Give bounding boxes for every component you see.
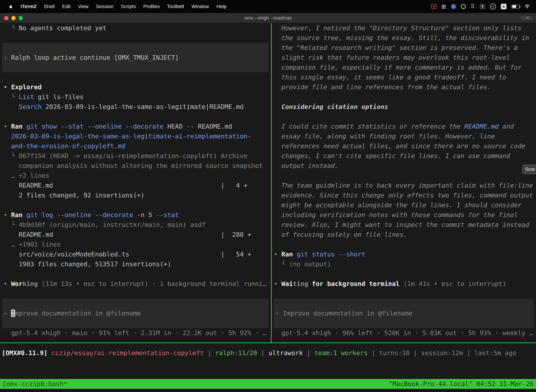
- terminal-line: the "Related research writing" section i…: [272, 43, 536, 53]
- terminal-line: › Ralph loop active continue [OMX_TMUX_I…: [2, 53, 268, 62]
- prompt-input-left[interactable]: › Improve documentation in @filename: [2, 299, 268, 328]
- terminal-line: [0, 112, 271, 121]
- prompt-input-right[interactable]: › Improve documentation in @filename: [274, 299, 534, 328]
- terminal-line: [272, 92, 536, 102]
- terminal-line: gpt-5.4 xhigh · 96% left · 520K in · 5.8…: [272, 328, 536, 338]
- terminal-line: • Ran git log --oneline --decorate -n 5 …: [0, 210, 271, 220]
- apple-menu[interactable]: [5, 4, 17, 9]
- terminal-line: companion analysis without altering the …: [0, 161, 271, 171]
- blank-line: [0, 289, 271, 299]
- terminal-line: However, I noticed the "Directory Struct…: [272, 23, 536, 33]
- terminal-line: [272, 171, 536, 181]
- terminal-line: of focusing solely on file lines.: [272, 230, 536, 240]
- menu-view[interactable]: View: [74, 4, 92, 9]
- minimize-button[interactable]: [11, 16, 16, 20]
- terminal-line: [OMX#0.11.9] cczip/essay/ai-reimplementa…: [0, 348, 536, 358]
- tmux-status-bar: [omx-cczip0:bash* "MacBook-Pro-44.local"…: [0, 379, 536, 389]
- eight-icon[interactable]: 8: [480, 4, 485, 9]
- battery-level: [512, 5, 516, 8]
- terminal-line: • Ran git status --short: [272, 249, 536, 259]
- terminal-line: slight risk that future readers may over…: [272, 53, 536, 62]
- screen-recording-icon[interactable]: [431, 4, 436, 9]
- close-button[interactable]: [4, 16, 9, 20]
- tmux-session-label: [omx-cczip0:bash*: [2, 379, 67, 389]
- terminal-line: and-the-erosion-of-copyleft.md: [0, 141, 271, 151]
- window-title-bar: omx --xhigh --madmax ⌥⌘1: [0, 13, 536, 23]
- menubar-status-icons: 8 61 A: [431, 3, 531, 10]
- terminal-line: • Waiting for background terminal (1m 41…: [272, 279, 536, 289]
- terminal-line: › Improve documentation in @filename: [2, 308, 268, 318]
- blank-line: [0, 72, 271, 82]
- terminal-line: └ 4b9d30f (origin/main, instructkr/main,…: [0, 220, 271, 230]
- agent-transcript-left: • Explored └ List git ls-files Search 20…: [0, 82, 271, 289]
- terminal-line: 1903 files changed, 513517 insertions(+): [0, 259, 271, 269]
- omx-status-line: [OMX#0.11.9] cczip/essay/ai-reimplementa…: [0, 348, 536, 358]
- ralph-inject-banner: › Ralph loop active continue [OMX_TMUX_I…: [2, 43, 268, 72]
- wifi-icon[interactable]: [524, 4, 530, 9]
- menu-edit[interactable]: Edit: [58, 4, 74, 9]
- recording-dot: [433, 6, 435, 7]
- terminal-line: Search 2026-03-09-is-legal-the-same-as-l…: [0, 102, 271, 112]
- window-hotkey: ⌥⌘1: [520, 15, 532, 21]
- menu-help[interactable]: Help: [213, 4, 230, 9]
- menu-iterm2[interactable]: iTerm2: [17, 4, 40, 9]
- model-status-right: gpt-5.4 xhigh · 96% left · 520K in · 5.8…: [272, 328, 536, 338]
- grid-icon[interactable]: [441, 3, 446, 10]
- terminal-line: I could cite commit statistics or refere…: [272, 121, 536, 131]
- tmux-host-clock: "MacBook-Pro-44.local" 04:52 31-Mar-26: [389, 379, 534, 389]
- terminal-line: companion file, especially if more comme…: [272, 62, 536, 72]
- terminal-line: … +2 lines: [0, 171, 271, 181]
- blank-line: [272, 289, 536, 299]
- menu-shell[interactable]: Shell: [40, 4, 58, 9]
- menu-session[interactable]: Session: [92, 4, 117, 9]
- agents-status-block: └ No agents completed yet: [0, 23, 271, 33]
- window-bottom-padding: [0, 389, 536, 392]
- terminal-line: provide file and line references from th…: [272, 82, 536, 92]
- terminal-line: [272, 240, 536, 249]
- terminal-line: might be acceptable alongside the file l…: [272, 200, 536, 210]
- omx-status-pane: [OMX#0.11.9] cczip/essay/ai-reimplementa…: [0, 343, 536, 379]
- terminal-line: the source tree, missing the essay. Stil…: [272, 33, 536, 43]
- menu-scripts[interactable]: Scripts: [117, 4, 140, 9]
- terminal-line: README.md | 4 +: [0, 181, 271, 190]
- terminal-line: … +1901 lines: [0, 240, 271, 249]
- terminal-line: essay file, along with finding root file…: [272, 131, 536, 141]
- agent-transcript-right: However, I noticed the "Directory Struct…: [272, 23, 536, 289]
- terminal-line: › Improve documentation in @filename: [274, 308, 534, 318]
- input-source-icon[interactable]: A: [501, 4, 507, 9]
- model-status-left: gpt-5.4 xhigh · main · 91% left · 2.31M …: [0, 328, 271, 338]
- menu-profiles[interactable]: Profiles: [140, 4, 163, 9]
- menu-toolbelt[interactable]: Toolbelt: [163, 4, 188, 9]
- blank-line: [0, 33, 271, 43]
- terminal-line: └ (no output): [272, 259, 536, 269]
- terminal-line: this single essay, it seems like a good …: [272, 72, 536, 82]
- blue-app-icon[interactable]: [451, 4, 456, 9]
- window-title: omx --xhigh --madmax: [244, 15, 292, 21]
- terminal-line: └ No agents completed yet: [0, 23, 271, 33]
- apple-icon: [9, 4, 13, 9]
- menu-bar: iTerm2 Shell Edit View Session Scripts P…: [0, 0, 536, 13]
- screen-edge-popup[interactable]: Scre: [522, 165, 536, 174]
- terminal-line: references need actual files, and since …: [272, 141, 536, 151]
- terminal-line: • Working (11m 13s • esc to interrupt) ·…: [0, 279, 271, 289]
- tmux-panes: └ No agents completed yet › Ralph loop a…: [0, 23, 536, 342]
- battery-icon[interactable]: [511, 5, 519, 9]
- terminal-line: review. Also, I might want to inspect th…: [272, 220, 536, 230]
- left-terminal-pane: └ No agents completed yet › Ralph loop a…: [0, 23, 271, 342]
- terminal-line: 2026-03-09-is-legal-the-same-as-legitima…: [0, 131, 271, 141]
- menu-window[interactable]: Window: [188, 4, 213, 9]
- terminal-line: src/voice/voiceModeEnabled.ts | 54 +: [0, 249, 271, 259]
- right-terminal-pane: However, I noticed the "Directory Struct…: [272, 23, 536, 342]
- zoom-button[interactable]: [19, 16, 23, 20]
- gauge-icon[interactable]: 61: [490, 4, 496, 9]
- ring-app-icon[interactable]: [461, 4, 466, 9]
- terminal-line: └ 067f154 (HEAD -> essay/ai-reimplementa…: [0, 151, 271, 161]
- terminal-line: 2 files changed, 92 insertions(+): [0, 190, 271, 200]
- terminal-line: evidence. Since this change only affects…: [272, 190, 536, 200]
- terminal-line: including verification notes with those …: [272, 210, 536, 220]
- terminal-line: output instead.: [272, 161, 536, 171]
- terminal-line: [0, 269, 271, 279]
- terminal-line: The team guideline is to back every impo…: [272, 181, 536, 190]
- dots-grid-icon[interactable]: [471, 3, 475, 10]
- terminal-line: └ List git ls-files: [0, 92, 271, 102]
